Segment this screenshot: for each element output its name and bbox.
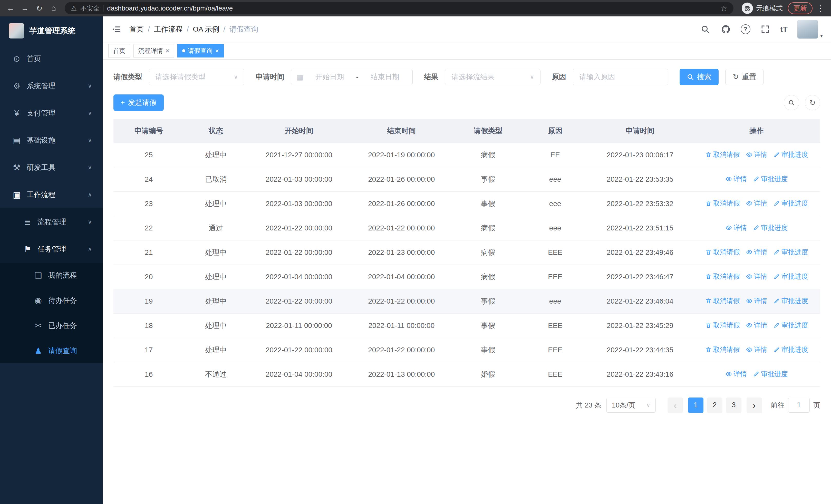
detail-action-link[interactable]: 详情 bbox=[725, 223, 747, 232]
page-button-1[interactable]: 1 bbox=[688, 397, 704, 413]
sidebar-item-done-tasks[interactable]: ✂已办任务 bbox=[0, 313, 103, 338]
breadcrumb-item[interactable]: OA 示例 bbox=[193, 24, 220, 34]
sidebar-item-payment[interactable]: ¥支付管理∨ bbox=[0, 99, 103, 127]
app-logo[interactable]: 芋道管理系统 bbox=[0, 17, 103, 45]
progress-action-link[interactable]: 审批进度 bbox=[753, 175, 787, 183]
table-cell: eee bbox=[523, 289, 587, 313]
detail-action-link[interactable]: 详情 bbox=[746, 248, 767, 257]
leave-type-select[interactable]: 请选择请假类型 ∨ bbox=[149, 69, 244, 85]
sidebar-item-infra[interactable]: ▤基础设施∨ bbox=[0, 127, 103, 154]
progress-action-link[interactable]: 审批进度 bbox=[774, 321, 808, 330]
column-header: 请假类型 bbox=[453, 119, 523, 143]
address-bar[interactable]: ⚠ 不安全 dashboard.yudao.iocoder.cn/bpm/oa/… bbox=[65, 2, 734, 14]
sidebar-item-workflow[interactable]: ▣工作流程∧ bbox=[0, 181, 103, 208]
progress-action-link[interactable]: 审批进度 bbox=[774, 296, 808, 305]
chevron-up-icon: ∧ bbox=[88, 191, 92, 198]
prev-page-button[interactable]: ‹ bbox=[667, 397, 683, 413]
chevron-down-icon: ∨ bbox=[646, 402, 650, 409]
detail-action-link[interactable]: 详情 bbox=[746, 199, 767, 208]
detail-action-link[interactable]: 详情 bbox=[746, 150, 767, 159]
refresh-table-button[interactable]: ↻ bbox=[805, 95, 820, 110]
fullscreen-icon[interactable] bbox=[760, 24, 771, 35]
tab-close-icon[interactable]: × bbox=[215, 48, 219, 54]
sidebar-item-devtools[interactable]: ⚒研发工具∨ bbox=[0, 154, 103, 181]
next-page-button[interactable]: › bbox=[747, 397, 762, 413]
detail-action-link[interactable]: 详情 bbox=[725, 369, 747, 379]
breadcrumb-item[interactable]: 首页 bbox=[130, 24, 144, 34]
table-cell: 2022-01-22 00:00:00 bbox=[248, 289, 350, 313]
sidebar-collapse-icon[interactable] bbox=[111, 24, 122, 35]
font-size-icon[interactable]: tT bbox=[780, 25, 788, 34]
table-row: 24已取消2022-01-03 00:00:002022-01-26 00:00… bbox=[113, 167, 820, 191]
detail-action-link[interactable]: 详情 bbox=[746, 345, 767, 354]
sidebar-item-leave-query[interactable]: ♟请假查询 bbox=[0, 338, 103, 363]
detail-action-link[interactable]: 详情 bbox=[725, 175, 747, 183]
progress-action-link[interactable]: 审批进度 bbox=[753, 223, 787, 232]
breadcrumb-item[interactable]: 工作流程 bbox=[154, 24, 183, 34]
browser-menu-icon[interactable]: ⋮ bbox=[814, 4, 827, 13]
select-placeholder: 请选择请假类型 bbox=[155, 72, 206, 82]
search-button[interactable]: 搜索 bbox=[680, 69, 719, 85]
sidebar-item-task-mgmt[interactable]: ⚑任务管理∧ bbox=[0, 236, 103, 263]
cancel-action-link[interactable]: 取消请假 bbox=[705, 296, 740, 305]
browser-update-button[interactable]: 更新 bbox=[788, 2, 812, 14]
detail-action-link[interactable]: 详情 bbox=[746, 296, 767, 305]
table-cell: 婚假 bbox=[453, 362, 523, 386]
cancel-action-link[interactable]: 取消请假 bbox=[705, 199, 740, 208]
reason-input[interactable] bbox=[573, 69, 668, 85]
tab-leave-query[interactable]: 请假查询× bbox=[177, 44, 224, 58]
page-size-select[interactable]: 10条/页 ∨ bbox=[606, 398, 656, 413]
url-text[interactable]: dashboard.yudao.iocoder.cn/bpm/oa/leave bbox=[107, 4, 717, 12]
progress-action-link[interactable]: 审批进度 bbox=[774, 199, 808, 208]
cancel-action-link[interactable]: 取消请假 bbox=[705, 345, 740, 354]
table-cell: 24 bbox=[113, 167, 184, 191]
table-cell: 事假 bbox=[453, 167, 523, 191]
breadcrumb-separator: / bbox=[187, 25, 189, 33]
result-select[interactable]: 请选择流结果 ∨ bbox=[445, 69, 541, 85]
create-leave-button[interactable]: + 发起请假 bbox=[113, 94, 164, 111]
cancel-action-link[interactable]: 取消请假 bbox=[705, 321, 740, 330]
sidebar-item-todo-tasks[interactable]: ◉待办任务 bbox=[0, 288, 103, 313]
detail-action-link[interactable]: 详情 bbox=[746, 321, 767, 330]
date-range-picker[interactable]: ▦ 开始日期 - 结束日期 bbox=[291, 69, 413, 85]
bookmark-star-icon[interactable]: ☆ bbox=[720, 4, 727, 13]
sidebar-item-my-process[interactable]: ❏我的流程 bbox=[0, 263, 103, 288]
goto-page-input[interactable] bbox=[788, 398, 810, 413]
user-avatar-menu[interactable]: ▾ bbox=[797, 20, 823, 39]
table-cell: 16 bbox=[113, 362, 184, 386]
trash-icon bbox=[705, 347, 712, 353]
back-button[interactable]: ← bbox=[4, 2, 17, 14]
breadcrumb: 首页/工作流程/OA 示例/请假查询 bbox=[130, 24, 258, 34]
sidebar-item-system[interactable]: ⚙系统管理∨ bbox=[0, 72, 103, 99]
table-cell: eee bbox=[523, 216, 587, 240]
help-icon[interactable]: ? bbox=[741, 24, 750, 34]
cancel-action-link[interactable]: 取消请假 bbox=[705, 150, 740, 159]
progress-action-link[interactable]: 审批进度 bbox=[774, 272, 808, 281]
progress-action-link[interactable]: 审批进度 bbox=[774, 150, 808, 159]
reset-button[interactable]: ↻ 重置 bbox=[725, 69, 764, 85]
detail-action-link[interactable]: 详情 bbox=[746, 272, 767, 281]
progress-action-link[interactable]: 审批进度 bbox=[753, 369, 787, 379]
reload-button[interactable]: ↻ bbox=[33, 2, 46, 14]
cancel-action-link[interactable]: 取消请假 bbox=[705, 272, 740, 281]
security-label[interactable]: 不安全 bbox=[80, 4, 99, 12]
toggle-search-button[interactable] bbox=[784, 95, 799, 110]
page-button-3[interactable]: 3 bbox=[726, 397, 741, 413]
sidebar-item-home[interactable]: ⊙首页 bbox=[0, 45, 103, 72]
forward-button[interactable]: → bbox=[19, 2, 31, 14]
progress-action-link[interactable]: 审批进度 bbox=[774, 248, 808, 257]
github-icon[interactable] bbox=[720, 24, 732, 35]
search-button-label: 搜索 bbox=[697, 72, 711, 82]
cancel-action-link[interactable]: 取消请假 bbox=[705, 248, 740, 257]
home-button[interactable]: ⌂ bbox=[47, 2, 60, 14]
sidebar-menu: ⊙首页⚙系统管理∨¥支付管理∨▤基础设施∨⚒研发工具∨▣工作流程∧≣流程管理∨⚑… bbox=[0, 45, 103, 363]
table-cell: EEE bbox=[523, 362, 587, 386]
tab-close-icon[interactable]: × bbox=[166, 48, 169, 54]
table-cell: eee bbox=[523, 167, 587, 191]
sidebar-item-process-mgmt[interactable]: ≣流程管理∨ bbox=[0, 208, 103, 236]
page-button-2[interactable]: 2 bbox=[707, 397, 722, 413]
tab-process-detail[interactable]: 流程详情× bbox=[134, 44, 174, 58]
tab-home[interactable]: 首页 bbox=[108, 44, 131, 58]
header-search-icon[interactable] bbox=[699, 24, 711, 35]
progress-action-link[interactable]: 审批进度 bbox=[774, 345, 808, 354]
